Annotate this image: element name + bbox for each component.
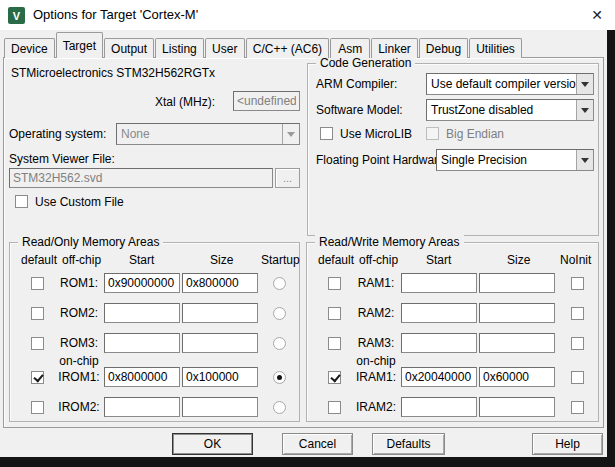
irom2-start-input[interactable]: [104, 397, 180, 417]
tab-utilities[interactable]: Utilities: [469, 38, 522, 58]
iram2-row: IRAM2:: [307, 397, 598, 417]
iram1-size-input[interactable]: [479, 367, 555, 387]
irom2-row: IROM2:: [10, 397, 299, 417]
rom2-label: ROM2:: [54, 306, 104, 320]
col-header-offchip: off-chip: [359, 253, 398, 267]
tab-user[interactable]: User: [205, 38, 245, 58]
col-header-start: Start: [426, 253, 451, 267]
rom1-start-input[interactable]: [104, 273, 180, 293]
ram2-start-input[interactable]: [401, 303, 477, 323]
device-name: STMicroelectronics STM32H562RGTx: [11, 66, 215, 80]
ram3-size-input[interactable]: [479, 333, 555, 353]
ram1-default-checkbox[interactable]: [328, 277, 341, 290]
irom2-size-input[interactable]: [182, 397, 258, 417]
tab-device[interactable]: Device: [4, 38, 55, 58]
col-header-startup: Startup: [261, 253, 300, 267]
rom2-default-checkbox[interactable]: [31, 307, 44, 320]
ram1-noinit-checkbox[interactable]: [571, 277, 584, 290]
tab-target[interactable]: Target: [56, 32, 103, 58]
rom1-default-checkbox[interactable]: [31, 277, 44, 290]
arm-compiler-label: ARM Compiler:: [316, 77, 397, 91]
iram2-size-input[interactable]: [479, 397, 555, 417]
ram2-default-checkbox[interactable]: [328, 307, 341, 320]
ram3-start-input[interactable]: [401, 333, 477, 353]
col-header-size: Size: [507, 253, 530, 267]
iram2-default-checkbox[interactable]: [328, 401, 341, 414]
rom3-size-input[interactable]: [182, 333, 258, 353]
col-header-size: Size: [210, 253, 233, 267]
col-header-default: default: [21, 253, 57, 267]
iram1-row: IRAM1:: [307, 367, 598, 387]
ram2-row: RAM2:: [307, 303, 598, 323]
use-custom-file-checkbox[interactable]: [15, 195, 28, 208]
operating-system-value: None: [117, 127, 282, 141]
iram1-start-input[interactable]: [401, 367, 477, 387]
irom1-startup-radio[interactable]: [273, 371, 286, 384]
read-only-headers: default off-chip Start Size Startup: [10, 253, 299, 267]
col-header-offchip: off-chip: [62, 253, 101, 267]
software-model-select[interactable]: TrustZone disabled: [426, 99, 594, 121]
system-viewer-label: System Viewer File:: [9, 152, 115, 166]
irom1-size-input[interactable]: [182, 367, 258, 387]
ram1-start-input[interactable]: [401, 273, 477, 293]
tab-strip: Device Target Output Listing User C/C++ …: [4, 33, 523, 58]
iram1-default-checkbox[interactable]: [328, 371, 341, 384]
defaults-button[interactable]: Defaults: [372, 433, 445, 455]
ram3-default-checkbox[interactable]: [328, 337, 341, 350]
close-icon[interactable]: ✕: [585, 4, 609, 26]
rom2-size-input[interactable]: [182, 303, 258, 323]
title-bar: V Options for Target 'Cortex-M' ✕: [0, 0, 615, 30]
tab-output[interactable]: Output: [104, 38, 154, 58]
help-button[interactable]: Help: [532, 433, 603, 455]
ram2-size-input[interactable]: [479, 303, 555, 323]
col-header-start: Start: [129, 253, 154, 267]
rom2-startup-radio[interactable]: [273, 307, 286, 320]
ok-button[interactable]: OK: [172, 433, 253, 455]
code-generation-group: Code Generation ARM Compiler: Use defaul…: [307, 63, 599, 236]
iram1-noinit-checkbox[interactable]: [571, 371, 584, 384]
big-endian-checkbox[interactable]: [426, 127, 439, 140]
tab-listing[interactable]: Listing: [155, 38, 204, 58]
tab-debug[interactable]: Debug: [419, 38, 468, 58]
arm-compiler-select[interactable]: Use default compiler version 6: [426, 73, 594, 95]
browse-button[interactable]: ...: [275, 168, 300, 188]
rom1-startup-radio[interactable]: [273, 277, 286, 290]
irom1-start-input[interactable]: [104, 367, 180, 387]
tab-ccpp-ac6[interactable]: C/C++ (AC6): [246, 38, 329, 58]
big-endian-label: Big Endian: [446, 127, 504, 141]
rom3-label: ROM3:: [54, 336, 104, 350]
ram3-noinit-checkbox[interactable]: [571, 337, 584, 350]
iram2-start-input[interactable]: [401, 397, 477, 417]
tab-asm[interactable]: Asm: [330, 38, 370, 58]
iram1-label: IRAM1:: [351, 370, 401, 384]
irom2-startup-radio[interactable]: [273, 401, 286, 414]
ram2-noinit-checkbox[interactable]: [571, 307, 584, 320]
rom3-startup-radio[interactable]: [273, 337, 286, 350]
rom2-start-input[interactable]: [104, 303, 180, 323]
read-write-onchip-label: on-chip: [351, 354, 401, 368]
rom3-default-checkbox[interactable]: [31, 337, 44, 350]
options-dialog: Device Target Output Listing User C/C++ …: [0, 30, 607, 457]
code-generation-title: Code Generation: [316, 56, 415, 70]
floating-point-hardware-label: Floating Point Hardware:: [316, 153, 448, 167]
iram2-noinit-checkbox[interactable]: [571, 401, 584, 414]
read-write-memory-group: Read/Write Memory Areas default off-chip…: [306, 242, 599, 422]
operating-system-select[interactable]: None: [116, 123, 300, 145]
ram1-size-input[interactable]: [479, 273, 555, 293]
system-viewer-file-input[interactable]: [9, 168, 273, 188]
irom1-default-checkbox[interactable]: [31, 371, 44, 384]
xtal-input[interactable]: [233, 91, 300, 111]
floating-point-hardware-select[interactable]: Single Precision: [436, 149, 594, 171]
arm-compiler-value: Use default compiler version 6: [427, 77, 576, 91]
use-microlib-label: Use MicroLIB: [340, 127, 412, 141]
irom2-default-checkbox[interactable]: [31, 401, 44, 414]
col-header-noinit: NoInit: [560, 253, 591, 267]
use-microlib-checkbox[interactable]: [320, 127, 333, 140]
rom3-start-input[interactable]: [104, 333, 180, 353]
ram1-label: RAM1:: [351, 276, 401, 290]
rom1-size-input[interactable]: [182, 273, 258, 293]
tab-linker[interactable]: Linker: [371, 38, 418, 58]
ram3-label: RAM3:: [351, 336, 401, 350]
col-header-default: default: [318, 253, 354, 267]
cancel-button[interactable]: Cancel: [282, 433, 353, 455]
